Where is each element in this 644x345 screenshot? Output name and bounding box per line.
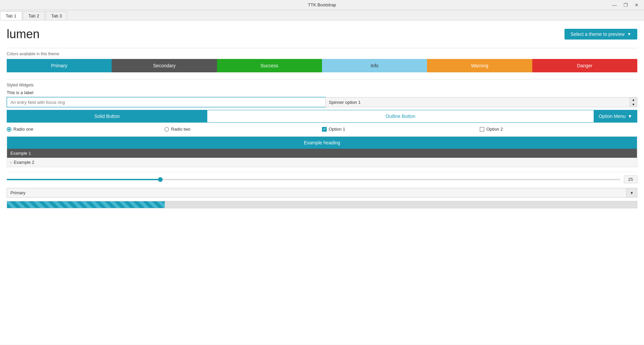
app-title: TTK Bootstrap [308,2,336,7]
entry-field[interactable] [7,97,325,107]
swatch-success: Success [217,59,322,72]
entry-spinner-row: ▲ ▼ [7,97,637,107]
treeview-row-2[interactable]: ▪ Example 2 [7,158,637,167]
outline-button[interactable]: Outline Button [207,110,594,122]
swatch-warning: Warning [427,59,532,72]
checkbox-one[interactable]: ✓ [322,127,327,132]
colors-section-label: Colors available in this theme [7,48,637,56]
swatch-primary: Primary [7,59,112,72]
radio-two-label: Radio two [171,127,191,132]
slider-fill [7,179,160,180]
spinner-down-button[interactable]: ▼ [630,102,637,107]
close-button[interactable]: ✕ [633,2,641,8]
tab-3[interactable]: Tab 3 [46,11,68,20]
slider-track[interactable] [7,179,621,180]
option-two-label: Option 2 [486,127,503,132]
radio-one-label: Radio one [13,127,33,132]
treeview: Example heading Example 1 ▪ Example 2 [7,136,637,167]
buttons-row: Solid Button Outline Button Option Menu … [7,110,637,123]
slider-thumb[interactable] [158,177,163,182]
option-one-item[interactable]: ✓ Option 1 [322,127,480,132]
chevron-down-icon: ▼ [627,32,631,37]
treeview-heading: Example heading [7,137,637,149]
tree-item-1-label: Example 1 [10,151,31,156]
treeview-row-1[interactable]: Example 1 [7,149,637,158]
option-menu-label: Option Menu [599,114,626,119]
solid-button[interactable]: Solid Button [7,110,207,122]
checkbox-two[interactable] [480,127,484,132]
theme-title: lumen [7,27,40,41]
field-label: This is a label [7,90,637,95]
radio-two-circle[interactable] [164,127,169,132]
spinner-arrows: ▲ ▼ [630,97,637,107]
option-one-label: Option 1 [329,127,345,132]
radio-one-item[interactable]: Radio one [7,127,164,132]
swatch-danger: Danger [532,59,637,72]
color-swatches: Primary Secondary Success Info Warning D… [7,59,637,72]
widgets-section-label: Styled Widgets [7,83,637,87]
widgets-section: Styled Widgets This is a label ▲ ▼ Solid… [7,79,637,208]
spinner-up-button[interactable]: ▲ [630,97,637,102]
option-two-item[interactable]: Option 2 [480,127,637,132]
titlebar: TTK Bootstrap — ❐ ✕ [0,0,644,10]
swatch-secondary: Secondary [112,59,217,72]
main-content: lumen Select a theme to preview ▼ Colors… [0,20,644,345]
minimize-button[interactable]: — [610,2,619,8]
option-menu-button[interactable]: Option Menu ▼ [594,110,637,122]
spinner-container: ▲ ▼ [325,97,638,107]
tree-item-2-label: Example 2 [14,160,34,165]
window-controls: — ❐ ✕ [610,2,641,8]
progressbar [7,201,637,208]
radio-checkbox-row: Radio one Radio two ✓ Option 1 Option 2 [7,127,637,132]
tab-bar: Tab 1 Tab 2 Tab 3 [0,10,644,20]
option-menu-arrow-icon: ▼ [628,114,632,119]
slider-value[interactable]: 25 [624,176,637,183]
combobox-arrow-icon[interactable]: ▼ [626,188,637,197]
spinner-input[interactable] [326,97,630,107]
radio-one-circle[interactable] [7,127,11,132]
slider-row: 25 [7,172,637,183]
tab-2[interactable]: Tab 2 [23,11,45,20]
select-theme-button[interactable]: Select a theme to preview ▼ [565,29,637,40]
tab-1[interactable]: Tab 1 [0,11,22,20]
radio-two-item[interactable]: Radio two [164,127,322,132]
expand-icon: ▪ [10,160,12,164]
maximize-button[interactable]: ❐ [622,2,630,8]
progressbar-fill [7,201,165,208]
header-row: lumen Select a theme to preview ▼ [7,27,637,41]
select-theme-label: Select a theme to preview [571,31,625,37]
combobox[interactable]: ▼ [7,188,637,198]
swatch-info: Info [322,59,427,72]
combobox-input[interactable] [7,188,626,197]
